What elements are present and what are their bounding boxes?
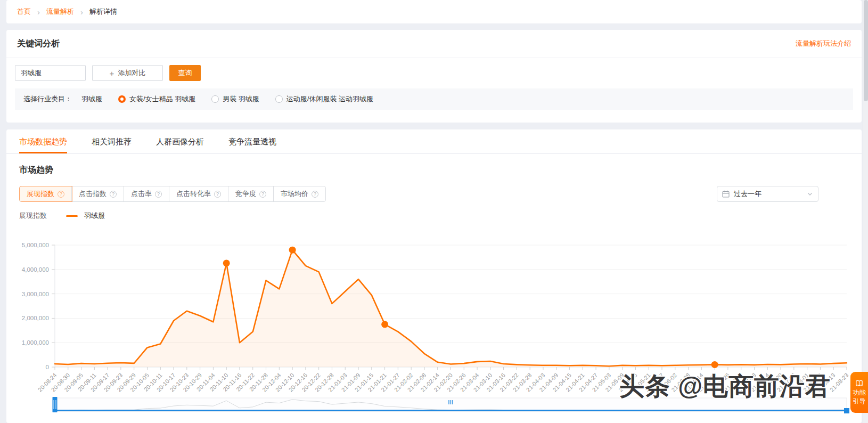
metric-label: 竞争度 — [235, 189, 256, 199]
breadcrumb-home[interactable]: 首页 — [17, 7, 31, 17]
metric-click-conversion-rate[interactable]: 点击转化率 — [169, 186, 228, 201]
help-icon[interactable] — [312, 191, 318, 198]
category-option-label: 运动服/休闲服装 运动羽绒服 — [286, 94, 373, 104]
radio-checked-icon[interactable] — [118, 95, 126, 103]
keyword-input[interactable] — [15, 65, 86, 81]
help-icon[interactable] — [214, 191, 221, 198]
metric-label: 展现指数 — [27, 189, 54, 199]
metric-label: 点击率 — [131, 189, 152, 199]
tab-bar: 市场数据趋势 相关词推荐 人群画像分析 竞争流量透视 — [6, 129, 862, 154]
datazoom-left-handle[interactable] — [53, 397, 58, 412]
help-icon[interactable] — [58, 191, 64, 198]
legend-series-label[interactable]: 羽绒服 — [84, 211, 105, 221]
category-label: 选择行业类目： — [23, 94, 72, 104]
market-trend-panel: 市场数据趋势 相关词推荐 人群画像分析 竞争流量透视 市场趋势 展现指数 点击指… — [6, 129, 862, 423]
category-option-men[interactable]: 男装 羽绒服 — [211, 94, 259, 104]
breadcrumb-separator — [37, 7, 40, 17]
breadcrumb-traffic-analysis[interactable]: 流量解析 — [46, 7, 74, 17]
category-selector: 选择行业类目： 羽绒服 女装/女士精品 羽绒服 男装 羽绒服 运动服/休闲服装 … — [15, 88, 853, 110]
guide-label-2: 引导 — [850, 397, 868, 405]
category-option-label: 女装/女士精品 羽绒服 — [129, 94, 195, 104]
metric-label: 点击转化率 — [176, 189, 211, 199]
date-range-value: 过去一年 — [734, 189, 807, 199]
feature-guide-button[interactable]: 功能 引导 — [850, 372, 868, 413]
category-option-label: 男装 羽绒服 — [223, 94, 259, 104]
chart-legend: 展现指数 羽绒服 — [19, 211, 862, 221]
keyword-analysis-panel: 关键词分析 流量解析玩法介绍 添加对比 查询 选择行业类目： 羽绒服 女装/女士… — [6, 30, 862, 123]
data-point-marker[interactable] — [711, 361, 718, 368]
breadcrumb-separator — [80, 7, 83, 17]
metric-label: 市场均价 — [281, 189, 308, 199]
chevron-down-icon — [807, 191, 813, 197]
metric-button-group: 展现指数 点击指数 点击率 点击转化率 竞争度 市场均价 — [19, 186, 326, 202]
breadcrumb-current: 解析详情 — [89, 7, 117, 17]
date-range-select[interactable]: 过去一年 — [717, 186, 818, 202]
legend-metric-label: 展现指数 — [19, 211, 47, 221]
help-icon[interactable] — [259, 191, 266, 198]
data-point-marker[interactable] — [289, 247, 296, 254]
y-axis-label: 1,000,000 — [22, 339, 49, 346]
add-compare-button[interactable]: 添加对比 — [92, 65, 163, 81]
category-option-women[interactable]: 女装/女士精品 羽绒服 — [118, 94, 195, 104]
tab-market-data-trend[interactable]: 市场数据趋势 — [19, 129, 67, 153]
panel-title: 关键词分析 — [17, 38, 60, 50]
radio-icon[interactable] — [275, 95, 283, 103]
category-option-sports[interactable]: 运动服/休闲服装 运动羽绒服 — [275, 94, 373, 104]
plus-icon — [110, 69, 114, 77]
legend-line-icon — [66, 215, 78, 217]
keyword-controls: 添加对比 查询 — [15, 65, 862, 81]
chart-controls: 展现指数 点击指数 点击率 点击转化率 竞争度 市场均价 — [6, 186, 862, 202]
calendar-icon — [722, 190, 730, 198]
metric-competition[interactable]: 竞争度 — [228, 186, 274, 201]
help-icon[interactable] — [155, 191, 162, 198]
datazoom-right-handle[interactable] — [844, 408, 849, 413]
guide-label-1: 功能 — [850, 388, 868, 397]
y-axis-label: 2,000,000 — [22, 315, 49, 321]
guide-book-icon — [855, 380, 863, 387]
data-point-marker[interactable] — [223, 259, 230, 266]
metric-market-avg-price[interactable]: 市场均价 — [274, 186, 325, 201]
tab-competition-traffic[interactable]: 竞争流量透视 — [228, 129, 276, 153]
intro-link[interactable]: 流量解析玩法介绍 — [796, 39, 851, 48]
panel-header: 关键词分析 流量解析玩法介绍 — [6, 30, 862, 58]
breadcrumb: 首页 流量解析 解析详情 — [6, 0, 862, 23]
section-title: 市场趋势 — [19, 165, 862, 176]
page-scrollbar[interactable] — [863, 0, 868, 423]
add-compare-label: 添加对比 — [118, 68, 145, 78]
y-axis-label: 0 — [46, 364, 49, 370]
tab-related-words[interactable]: 相关词推荐 — [92, 129, 132, 153]
category-keyword: 羽绒服 — [81, 94, 102, 104]
scrollbar-thumb[interactable] — [864, 0, 868, 101]
radio-icon[interactable] — [211, 95, 219, 103]
metric-label: 点击指数 — [79, 189, 107, 199]
query-button[interactable]: 查询 — [169, 65, 201, 81]
tab-audience-profile[interactable]: 人群画像分析 — [156, 129, 204, 153]
y-axis-label: 4,000,000 — [22, 266, 49, 273]
series-area-fill — [55, 250, 847, 367]
y-axis-label: 5,000,000 — [22, 242, 49, 248]
metric-click-index[interactable]: 点击指数 — [72, 186, 124, 201]
metric-click-rate[interactable]: 点击率 — [124, 186, 169, 201]
data-point-marker[interactable] — [381, 321, 388, 328]
watermark: 头条 @电商前沿君 — [619, 370, 831, 403]
y-axis-label: 3,000,000 — [22, 291, 49, 297]
help-icon[interactable] — [110, 191, 117, 198]
metric-impression-index[interactable]: 展现指数 — [20, 186, 72, 201]
